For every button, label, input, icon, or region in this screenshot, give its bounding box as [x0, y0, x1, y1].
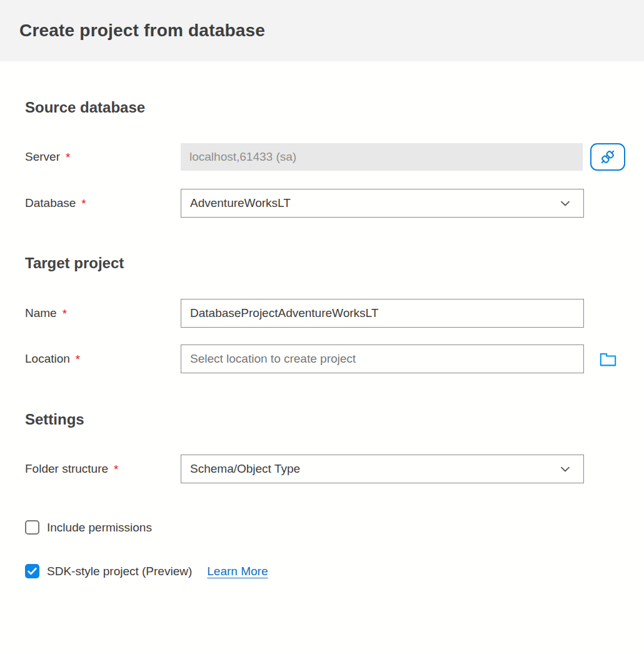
- page-title: Create project from database: [19, 21, 265, 41]
- chevron-down-icon: [558, 461, 573, 476]
- server-input: [181, 143, 583, 171]
- section-heading-settings: Settings: [25, 411, 625, 428]
- include-permissions-row: Include permissions: [25, 520, 625, 535]
- folder-structure-row: Folder structure * Schema/Object Type: [25, 455, 625, 483]
- checkmark-icon: [26, 565, 38, 577]
- name-label-group: Name *: [25, 306, 181, 321]
- folder-structure-select[interactable]: Schema/Object Type: [181, 455, 584, 483]
- connect-plug-icon: [598, 147, 618, 167]
- project-name-row: Name *: [25, 299, 625, 328]
- include-permissions-checkbox[interactable]: [25, 520, 39, 535]
- database-label-group: Database *: [25, 196, 181, 211]
- folder-icon: [598, 349, 618, 370]
- database-label: Database: [25, 196, 76, 210]
- browse-folder-button[interactable]: [598, 349, 618, 370]
- section-heading-target-project: Target project: [25, 254, 625, 272]
- dialog-header: Create project from database: [0, 0, 644, 61]
- include-permissions-label: Include permissions: [47, 521, 152, 535]
- required-asterisk: *: [81, 196, 86, 211]
- change-connection-button[interactable]: [590, 143, 625, 171]
- location-row: Location *: [25, 345, 625, 373]
- folder-structure-label: Folder structure: [25, 462, 108, 476]
- required-asterisk: *: [76, 351, 80, 366]
- location-label: Location: [25, 352, 70, 366]
- server-label-group: Server *: [25, 149, 181, 164]
- database-select-value: AdventureWorksLT: [190, 196, 291, 210]
- project-name-input[interactable]: [181, 299, 584, 328]
- form-body: Source database Server *: [0, 99, 644, 578]
- required-asterisk: *: [63, 306, 67, 321]
- sdk-style-checkbox[interactable]: [25, 564, 39, 578]
- folder-structure-select-value: Schema/Object Type: [190, 462, 300, 476]
- location-input[interactable]: [181, 345, 584, 373]
- sdk-style-row: SDK-style project (Preview) Learn More: [25, 564, 625, 578]
- database-select[interactable]: AdventureWorksLT: [181, 189, 584, 218]
- server-label: Server: [25, 150, 60, 164]
- required-asterisk: *: [114, 461, 118, 476]
- chevron-down-icon: [558, 196, 573, 211]
- name-label: Name: [25, 306, 57, 320]
- required-asterisk: *: [66, 149, 70, 164]
- sdk-style-label: SDK-style project (Preview): [47, 565, 192, 578]
- section-heading-source-database: Source database: [25, 99, 625, 116]
- folder-structure-label-group: Folder structure *: [25, 461, 181, 476]
- learn-more-link[interactable]: Learn More: [207, 565, 268, 578]
- server-row: Server *: [25, 143, 625, 171]
- location-label-group: Location *: [25, 351, 181, 366]
- database-row: Database * AdventureWorksLT: [25, 189, 625, 218]
